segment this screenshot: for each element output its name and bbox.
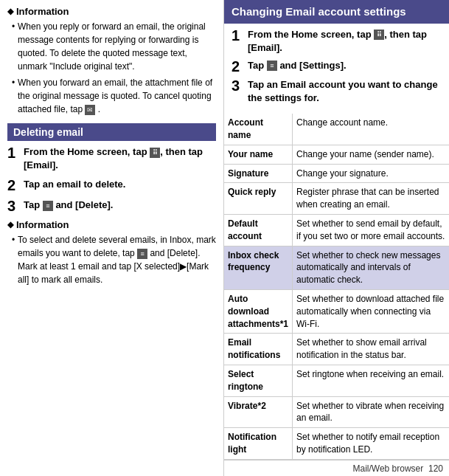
- table-row: Inbox check frequencySet whether to chec…: [224, 246, 449, 289]
- delete-step-3: 3 Tap ≡ and [Delete].: [7, 199, 216, 213]
- menu-icon-r: ≡: [267, 61, 277, 71]
- table-row: Auto download attachments*1Set whether t…: [224, 290, 449, 334]
- setting-description: Set whether to check new messages automa…: [293, 246, 449, 289]
- diamond-icon-2: ◆: [7, 220, 13, 230]
- delete-step-text-3: Tap ≡ and [Delete].: [24, 199, 113, 212]
- info-bullet-3: To select and delete several emails, in …: [12, 233, 216, 286]
- right-step-text-2: Tap ≡ and [Settings].: [248, 59, 347, 72]
- footer: Mail/Web browser 120: [224, 460, 449, 476]
- info-header-1: ◆ Information: [7, 6, 216, 17]
- right-step-num-2: 2: [232, 59, 243, 74]
- right-step-2: 2 Tap ≡ and [Settings].: [232, 59, 442, 74]
- home-grid-icon-del: ⠿: [150, 148, 160, 158]
- setting-label: Inbox check frequency: [224, 246, 293, 289]
- attach-icon: ✉: [85, 105, 95, 115]
- setting-label: Account name: [224, 114, 293, 145]
- info-list-1: When you reply or forward an email, the …: [7, 20, 216, 116]
- setting-description: Change account name.: [293, 114, 449, 145]
- right-step-text-1: From the Home screen, tap ⠿, then tap [E…: [248, 28, 442, 55]
- info-list-2: To select and delete several emails, in …: [7, 233, 216, 286]
- page-number: 120: [428, 463, 443, 474]
- setting-description: Set ringtone when receiving an email.: [293, 365, 449, 397]
- right-steps: 1 From the Home screen, tap ⠿, then tap …: [224, 24, 449, 114]
- table-row: Your nameChange your name (sender name).: [224, 145, 449, 164]
- setting-label: Vibrate*2: [224, 396, 293, 428]
- setting-label: Signature: [224, 164, 293, 183]
- left-column: ◆ Information When you reply or forward …: [0, 0, 224, 476]
- diamond-icon-1: ◆: [7, 7, 13, 16]
- setting-description: Set whether to notify email reception by…: [293, 428, 449, 460]
- right-step-3: 3 Tap an Email account you want to chang…: [232, 78, 442, 105]
- setting-description: Change your name (sender name).: [293, 145, 449, 164]
- table-row: Account nameChange account name.: [224, 114, 449, 145]
- info-header-2: ◆ Information: [7, 219, 216, 230]
- right-header: Changing Email account settings: [224, 0, 449, 24]
- delete-step-text-1: From the Home screen, tap ⠿, then tap [E…: [24, 145, 216, 172]
- settings-table: Account nameChange account name.Your nam…: [224, 114, 449, 460]
- info-block-2: ◆ Information To select and delete sever…: [7, 219, 216, 286]
- setting-label: Default account: [224, 215, 293, 246]
- delete-step-text-2: Tap an email to delete.: [24, 178, 125, 191]
- home-grid-icon-r: ⠿: [374, 30, 384, 40]
- delete-step-1: 1 From the Home screen, tap ⠿, then tap …: [7, 145, 216, 172]
- right-step-text-3: Tap an Email account you want to change …: [248, 78, 442, 105]
- setting-description: Change your signature.: [293, 164, 449, 183]
- right-step-1: 1 From the Home screen, tap ⠿, then tap …: [232, 28, 442, 55]
- setting-label: Email notifications: [224, 334, 293, 365]
- setting-description: Set whether to vibrate when receiving an…: [293, 396, 449, 428]
- setting-description: Set whether to show email arrival notifi…: [293, 334, 449, 365]
- menu-icon-del2: ≡: [137, 249, 147, 259]
- setting-description: Set whether to download attached file au…: [293, 290, 449, 334]
- setting-description: Set whether to send email by default, if…: [293, 215, 449, 246]
- delete-step-num-2: 2: [7, 178, 19, 193]
- menu-icon-del: ≡: [43, 201, 53, 211]
- right-step-num-3: 3: [232, 78, 243, 93]
- right-step-num-1: 1: [232, 28, 243, 43]
- setting-label: Quick reply: [224, 183, 293, 215]
- setting-description: Register phrase that can be inserted whe…: [293, 183, 449, 215]
- setting-label: Your name: [224, 145, 293, 164]
- delete-section-header: Deleting email: [7, 123, 216, 141]
- setting-label: Notification light: [224, 428, 293, 460]
- delete-step-2: 2 Tap an email to delete.: [7, 178, 216, 193]
- info-bullet-2: When you forward an email, the attachmen…: [12, 76, 216, 116]
- footer-label: Mail/Web browser: [352, 463, 423, 474]
- info-bullet-1: When you reply or forward an email, the …: [12, 20, 216, 73]
- delete-step-num-3: 3: [7, 199, 19, 213]
- info-block-1: ◆ Information When you reply or forward …: [7, 6, 216, 116]
- table-row: Notification lightSet whether to notify …: [224, 428, 449, 460]
- delete-step-num-1: 1: [7, 145, 19, 160]
- table-row: Select ringtoneSet ringtone when receivi…: [224, 365, 449, 397]
- right-column: Changing Email account settings 1 From t…: [224, 0, 449, 476]
- info-header-text-1: Information: [16, 6, 69, 17]
- setting-label: Auto download attachments*1: [224, 290, 293, 334]
- table-row: Quick replyRegister phrase that can be i…: [224, 183, 449, 215]
- info-header-text-2: Information: [16, 219, 69, 230]
- table-row: Default accountSet whether to send email…: [224, 215, 449, 246]
- table-row: SignatureChange your signature.: [224, 164, 449, 183]
- table-row: Vibrate*2Set whether to vibrate when rec…: [224, 396, 449, 428]
- table-row: Email notificationsSet whether to show e…: [224, 334, 449, 365]
- setting-label: Select ringtone: [224, 365, 293, 397]
